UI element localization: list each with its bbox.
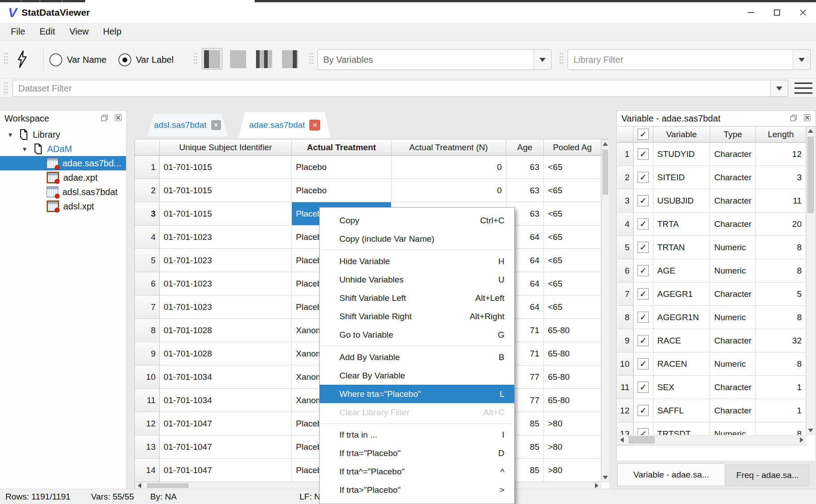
cell-pooled[interactable]: <65 [544,272,601,295]
column-header-variable[interactable]: Variable [653,126,710,143]
cell-length[interactable]: 1 [756,399,806,422]
row-header[interactable]: 8 [617,306,634,329]
cell-trtan[interactable]: 0 [391,156,506,179]
cell-length[interactable]: 11 [756,189,806,213]
cell-select[interactable]: ✓ [634,259,653,282]
context-menu-item-go-to-variable[interactable]: Go to VariableG [320,326,514,344]
vertical-scrollbar[interactable] [601,139,609,482]
variable-checkbox[interactable]: ✓ [638,265,649,276]
cell-length[interactable]: 12 [756,143,806,166]
column-header-stub[interactable] [135,139,160,156]
dataset-filter-combo[interactable] [13,80,788,97]
expand-arrow-icon[interactable]: ▾ [21,145,29,153]
library-filter-dropdown-button[interactable] [793,50,810,70]
row-header[interactable]: 3 [617,189,634,213]
cell-select[interactable]: ✓ [634,282,653,306]
cell-length[interactable]: 5 [756,282,806,306]
horizontal-scrollbar[interactable] [617,435,806,445]
variable-checkbox[interactable]: ✓ [638,172,649,183]
dataset-tab-adae[interactable]: adae.sas7bdat ✕ [239,112,331,138]
cell-type[interactable]: Character [710,189,756,213]
context-menu-item-clear-by-variable[interactable]: Clear By Variable [320,366,514,385]
row-header[interactable]: 6 [135,272,160,295]
row-header[interactable]: 3 [135,202,160,226]
cell-pooled[interactable]: >80 [544,459,601,482]
tree-item-adam[interactable]: ▾ADaM [0,142,126,156]
library-filter-input[interactable] [568,50,793,70]
var-label-radio[interactable]: Var Label [118,53,174,66]
cell-variable[interactable]: AGE [653,259,710,282]
cell-variable[interactable]: STUDYID [653,143,710,166]
context-menu-item-where-trta-placebo[interactable]: Where trta="Placebo"L [320,385,514,403]
cell-pooled[interactable]: 65-80 [544,319,601,342]
toolbar-grip[interactable] [4,83,8,92]
row-header[interactable]: 10 [617,352,634,376]
row-header[interactable]: 2 [135,179,160,202]
cell-trta[interactable]: Placebo [292,156,391,179]
cell-select[interactable]: ✓ [634,213,653,236]
cell-pooled[interactable]: <65 [544,156,601,179]
by-variables-combo[interactable]: By Variables [317,49,551,70]
tab-freq[interactable]: Freq - adae.sa... [726,465,809,486]
cell-type[interactable]: Character [710,329,756,352]
cell-type[interactable]: Numeric [710,259,756,282]
row-header[interactable]: 1 [617,143,634,166]
tree-item-adae-xpt[interactable]: adae.xpt [0,170,126,185]
cell-select[interactable]: ✓ [634,189,653,213]
cell-trta[interactable]: Placebo [292,179,391,202]
tree-item-adsl-xpt[interactable]: adsl.xpt [0,199,126,213]
column-header-unique-subject-identifier[interactable]: Unique Subject Identifier [160,139,292,156]
menu-file[interactable]: File [4,26,32,37]
filter-menu-icon[interactable] [794,83,812,94]
column-header-age[interactable]: Age [506,139,544,156]
scroll-down-button[interactable] [602,474,609,482]
column-header-stub[interactable] [617,126,634,143]
cell-age[interactable]: 63 [506,179,544,202]
dataset-filter-dropdown-button[interactable] [770,80,788,96]
variable-checkbox[interactable]: ✓ [638,148,649,160]
cell-pooled[interactable]: <65 [544,226,601,249]
cell-usubjid[interactable]: 01-701-1047 [160,412,292,435]
expand-arrow-icon[interactable]: ▾ [6,130,14,139]
row-header[interactable]: 12 [617,399,634,422]
cell-pooled[interactable]: 65-80 [544,365,601,389]
context-menu-item-add-by-variable[interactable]: Add By VariableB [320,348,514,366]
column-header-actual-treatment-n[interactable]: Actual Treatment (N) [391,139,506,156]
context-menu-item-shift-variable-left[interactable]: Shift Variable LeftAlt+Left [320,289,514,307]
scrollbar-thumb[interactable] [147,483,188,488]
var-name-radio[interactable]: Var Name [49,53,107,66]
cell-usubjid[interactable]: 01-701-1015 [160,179,292,202]
row-header[interactable]: 11 [135,389,160,412]
cell-variable[interactable]: SAFFL [653,399,710,422]
dataset-tab-adsl[interactable]: adsl.sas7bdat ✕ [147,114,228,136]
cell-usubjid[interactable]: 01-701-1034 [160,365,292,389]
context-menu-item-if-trta-placebo[interactable]: If trta^="Placebo"^ [320,462,514,481]
row-header[interactable]: 5 [617,236,634,259]
maximize-button[interactable] [764,2,790,23]
cell-variable[interactable]: TRTAN [653,236,710,259]
variable-panel-restore-button[interactable] [790,113,797,124]
row-header[interactable]: 10 [135,365,160,389]
toolbar-grip[interactable] [560,53,564,64]
tab-close-icon[interactable]: ✕ [211,120,221,130]
toolbar-grip[interactable] [194,53,198,64]
context-menu-item-if-trta-placebo[interactable]: If trta<"Placebo"< [320,499,514,504]
cell-length[interactable]: 8 [756,306,806,329]
cell-pooled[interactable]: >80 [544,435,601,459]
refresh-lightning-button[interactable] [14,50,30,70]
row-header[interactable]: 6 [617,259,634,282]
row-header[interactable]: 9 [617,329,634,352]
cell-pooled[interactable]: 65-80 [544,342,601,365]
cell-usubjid[interactable]: 01-701-1015 [160,156,292,179]
cell-select[interactable]: ✓ [634,352,653,376]
column-header-actual-treatment[interactable]: Actual Treatment [292,139,391,156]
library-filter-combo[interactable] [568,49,811,70]
variable-checkbox[interactable]: ✓ [638,382,649,393]
cell-usubjid[interactable]: 01-701-1047 [160,435,292,459]
variable-checkbox[interactable]: ✓ [638,335,649,346]
variable-panel-close-button[interactable] [803,113,811,124]
cell-trtan[interactable]: 0 [391,179,506,202]
cell-select[interactable]: ✓ [634,306,653,329]
cell-usubjid[interactable]: 01-701-1047 [160,459,292,482]
scroll-left-button[interactable] [135,482,143,489]
